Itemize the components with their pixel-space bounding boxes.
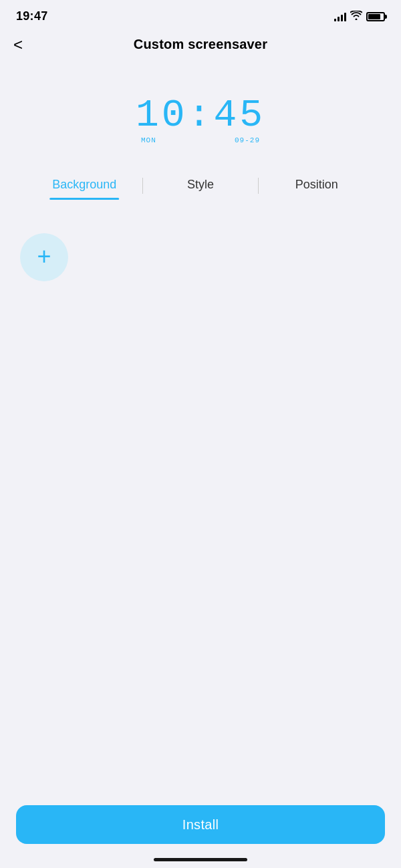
- page-title: Custom screensaver: [134, 37, 267, 52]
- clock-display: 10 : 45 MON 09-29: [136, 96, 265, 144]
- background-content: +: [0, 220, 401, 295]
- signal-icon: [334, 12, 346, 21]
- install-button-wrapper: Install: [0, 794, 401, 868]
- tab-style[interactable]: Style: [143, 171, 259, 200]
- header: < Custom screensaver: [0, 29, 401, 63]
- install-button[interactable]: Install: [16, 805, 385, 844]
- status-bar: 19:47: [0, 0, 401, 29]
- tab-background[interactable]: Background: [27, 171, 142, 200]
- clock-colon: :: [188, 96, 214, 135]
- tab-position[interactable]: Position: [259, 171, 374, 200]
- clock-preview: 10 : 45 MON 09-29: [0, 63, 401, 171]
- back-button[interactable]: <: [13, 37, 23, 53]
- wifi-icon: [350, 11, 362, 22]
- clock-day: MON: [141, 136, 156, 144]
- status-icons: [334, 11, 385, 22]
- clock-minutes: 45: [213, 96, 265, 135]
- clock-date-row: MON 09-29: [136, 135, 265, 144]
- tabs-container: Background Style Position: [0, 171, 401, 200]
- clock-date: 09-29: [235, 136, 260, 144]
- add-background-button[interactable]: +: [20, 233, 68, 281]
- clock-hours: 10: [136, 96, 188, 135]
- battery-icon: [366, 12, 385, 21]
- home-indicator: [154, 858, 247, 861]
- plus-icon: +: [37, 245, 51, 269]
- status-time: 19:47: [16, 9, 48, 23]
